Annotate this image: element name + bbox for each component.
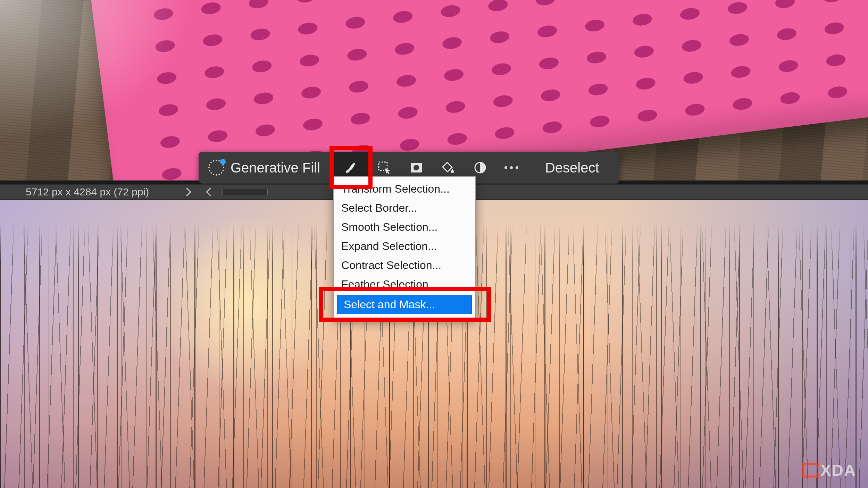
task-bar-separator bbox=[529, 157, 529, 179]
document-dimensions: 5712 px x 4284 px (72 ppi) bbox=[26, 186, 149, 198]
menu-item-feather-selection[interactable]: Feather Selection... bbox=[335, 275, 474, 294]
xda-logo-icon bbox=[802, 463, 817, 478]
selection-tools-menu: Transform Selection...Select Border...Sm… bbox=[333, 176, 476, 319]
menu-item-label: Feather Selection... bbox=[341, 278, 437, 291]
scroll-left-chevron-icon[interactable] bbox=[206, 187, 215, 196]
generative-fill-icon bbox=[208, 160, 224, 176]
svg-point-2 bbox=[414, 165, 419, 170]
deselect-button[interactable]: Deselect bbox=[531, 152, 613, 184]
menu-item-select-and-mask[interactable]: Select and Mask... bbox=[337, 295, 472, 314]
info-flyout-chevron-icon[interactable] bbox=[183, 187, 191, 196]
menu-item-smooth-selection[interactable]: Smooth Selection... bbox=[335, 218, 474, 237]
menu-item-select-border[interactable]: Select Border... bbox=[335, 199, 474, 218]
xda-watermark: XDA bbox=[802, 461, 856, 480]
generative-fill-label: Generative Fill bbox=[231, 160, 320, 176]
menu-item-label: Smooth Selection... bbox=[341, 221, 437, 234]
menu-item-transform-selection[interactable]: Transform Selection... bbox=[335, 179, 474, 199]
task-bar-separator bbox=[331, 157, 332, 179]
menu-item-label: Contract Selection... bbox=[341, 259, 441, 272]
menu-item-contract-selection[interactable]: Contract Selection... bbox=[335, 256, 474, 275]
contrast-circle-icon bbox=[473, 160, 488, 175]
menu-item-label: Select Border... bbox=[341, 202, 417, 214]
mask-icon bbox=[409, 160, 424, 175]
menu-item-expand-selection[interactable]: Expand Selection... bbox=[335, 237, 474, 256]
generative-fill-button[interactable]: Generative Fill bbox=[203, 152, 329, 184]
fill-bucket-icon bbox=[441, 160, 456, 175]
menu-item-label: Select and Mask... bbox=[344, 298, 435, 311]
more-icon bbox=[504, 166, 518, 169]
menu-item-label: Transform Selection... bbox=[341, 183, 450, 195]
scroll-scrubber[interactable] bbox=[223, 189, 268, 195]
selection-modify-icon bbox=[377, 160, 392, 175]
menu-item-label: Expand Selection... bbox=[341, 240, 437, 253]
more-actions-button[interactable] bbox=[496, 152, 527, 184]
xda-logo-text: XDA bbox=[820, 461, 856, 480]
brush-icon bbox=[343, 160, 359, 175]
deselect-label: Deselect bbox=[545, 160, 599, 176]
